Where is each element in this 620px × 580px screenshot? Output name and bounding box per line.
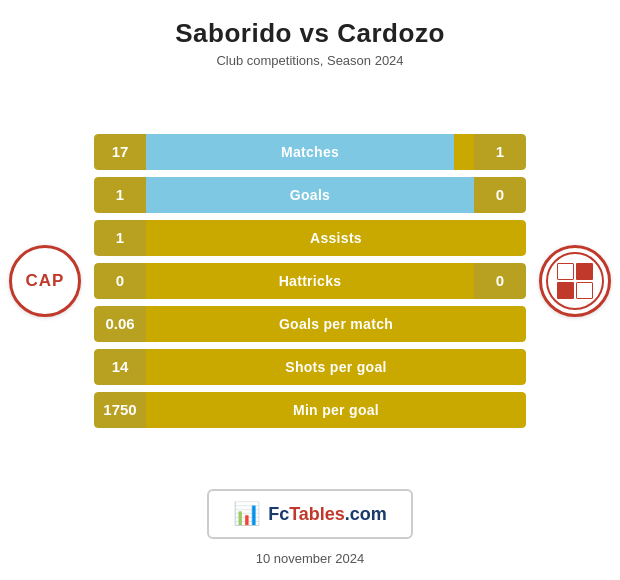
stat-left-val-min-per-goal: 1750 — [94, 392, 146, 428]
stat-row-hattricks: 0Hattricks0 — [94, 263, 526, 299]
fctables-label: FcTables.com — [268, 504, 387, 525]
stat-bar-bg-assists: Assists — [146, 220, 526, 256]
stat-bar-bg-min-per-goal: Min per goal — [146, 392, 526, 428]
stat-row-shots-per-goal: 14Shots per goal — [94, 349, 526, 385]
lanus-inner — [546, 252, 604, 310]
lanus-grid — [557, 263, 593, 299]
stat-row-min-per-goal: 1750Min per goal — [94, 392, 526, 428]
cap-logo: CAP — [9, 245, 81, 317]
stat-bar-bg-goals-per-match: Goals per match — [146, 306, 526, 342]
stat-left-val-assists: 1 — [94, 220, 146, 256]
stat-label-min-per-goal: Min per goal — [293, 402, 379, 418]
title: Saborido vs Cardozo — [175, 18, 445, 49]
stat-row-goals-per-match: 0.06Goals per match — [94, 306, 526, 342]
stats-column: 17Matches11Goals01Assists0Hattricks00.06… — [90, 134, 530, 428]
stat-left-val-hattricks: 0 — [94, 263, 146, 299]
lanus-cell-2 — [576, 263, 593, 280]
stat-label-goals: Goals — [290, 187, 330, 203]
stat-left-val-goals: 1 — [94, 177, 146, 213]
lanus-cell-3 — [557, 282, 574, 299]
footer-date: 10 november 2024 — [256, 551, 364, 566]
stat-row-goals: 1Goals0 — [94, 177, 526, 213]
stat-row-assists: 1Assists — [94, 220, 526, 256]
stat-left-val-goals-per-match: 0.06 — [94, 306, 146, 342]
stat-left-val-shots-per-goal: 14 — [94, 349, 146, 385]
logo-left: CAP — [0, 245, 90, 317]
stat-label-goals-per-match: Goals per match — [279, 316, 393, 332]
lanus-cell-4 — [576, 282, 593, 299]
main-area: CAP 17Matches11Goals01Assists0Hattricks0… — [0, 86, 620, 475]
bottom-section: 📊 FcTables.com 10 november 2024 — [0, 479, 620, 570]
stat-bar-bg-goals: Goals — [146, 177, 474, 213]
stat-row-matches: 17Matches1 — [94, 134, 526, 170]
logo-right — [530, 245, 620, 317]
stat-right-val-hattricks: 0 — [474, 263, 526, 299]
lanus-cell-1 — [557, 263, 574, 280]
lanus-logo — [539, 245, 611, 317]
stat-label-shots-per-goal: Shots per goal — [285, 359, 386, 375]
subtitle: Club competitions, Season 2024 — [216, 53, 403, 68]
stat-label-assists: Assists — [310, 230, 362, 246]
stat-bar-bg-hattricks: Hattricks — [146, 263, 474, 299]
stat-label-matches: Matches — [281, 144, 339, 160]
stat-bar-bg-shots-per-goal: Shots per goal — [146, 349, 526, 385]
stat-right-val-goals: 0 — [474, 177, 526, 213]
fctables-icon: 📊 — [233, 501, 260, 527]
fctables-box: 📊 FcTables.com — [207, 489, 413, 539]
stat-bar-bg-matches: Matches — [146, 134, 474, 170]
stat-label-hattricks: Hattricks — [279, 273, 342, 289]
main-card: Saborido vs Cardozo Club competitions, S… — [0, 0, 620, 580]
stat-left-val-matches: 17 — [94, 134, 146, 170]
cap-text: CAP — [26, 271, 65, 291]
stat-right-val-matches: 1 — [474, 134, 526, 170]
